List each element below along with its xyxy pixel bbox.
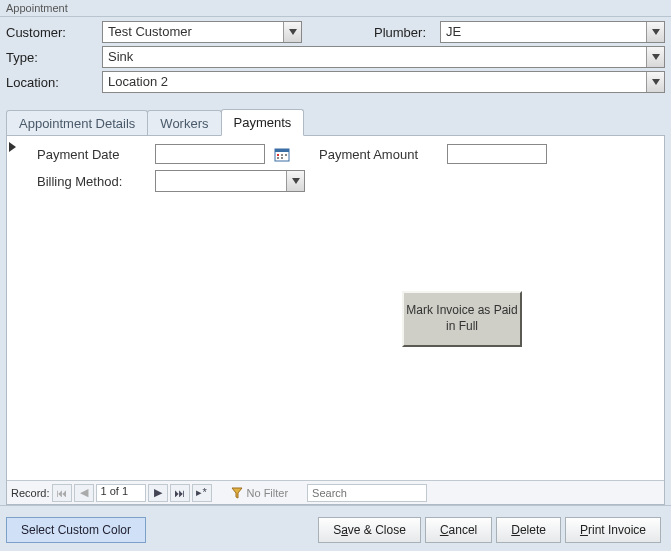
nav-new-icon[interactable]: ▸* xyxy=(192,484,212,502)
payments-panel: Payment Date Pa xyxy=(6,135,665,505)
customer-select[interactable]: Test Customer xyxy=(102,21,302,43)
billing-method-select[interactable] xyxy=(155,170,305,192)
tab-payments[interactable]: Payments xyxy=(221,109,305,136)
billing-method-label: Billing Method: xyxy=(37,174,147,189)
svg-rect-2 xyxy=(277,154,279,156)
tab-workers[interactable]: Workers xyxy=(147,110,221,136)
calendar-icon[interactable] xyxy=(273,145,291,163)
plumber-value: JE xyxy=(441,22,646,42)
save-close-button[interactable]: Save & Close xyxy=(318,517,421,543)
filter-label: No Filter xyxy=(247,487,289,499)
plumber-select[interactable]: JE xyxy=(440,21,665,43)
search-input[interactable] xyxy=(307,484,427,502)
print-invoice-button[interactable]: Print Invoice xyxy=(565,517,661,543)
window-title: Appointment xyxy=(0,0,671,17)
filter-button[interactable]: No Filter xyxy=(224,485,296,501)
customer-label: Customer: xyxy=(6,25,96,40)
svg-rect-3 xyxy=(281,154,283,156)
billing-method-value xyxy=(156,171,286,191)
dropdown-icon[interactable] xyxy=(646,22,664,42)
payment-amount-input[interactable] xyxy=(447,144,547,164)
svg-rect-4 xyxy=(285,154,287,156)
location-value: Location 2 xyxy=(103,72,646,92)
appointment-window: Appointment Customer: Test Customer Plum… xyxy=(0,0,671,551)
location-select[interactable]: Location 2 xyxy=(102,71,665,93)
type-value: Sink xyxy=(103,47,646,67)
funnel-icon xyxy=(231,487,243,499)
header-form: Customer: Test Customer Plumber: JE Type… xyxy=(0,17,671,102)
location-label: Location: xyxy=(6,75,96,90)
record-navigator: Record: ⏮ ◀ 1 of 1 ▶ ⏭ ▸* No Filter xyxy=(7,480,664,504)
dropdown-icon[interactable] xyxy=(283,22,301,42)
record-label: Record: xyxy=(11,487,50,499)
select-custom-color-button[interactable]: Select Custom Color xyxy=(6,517,146,543)
mark-paid-button[interactable]: Mark Invoice as Paid in Full xyxy=(402,291,522,347)
plumber-label: Plumber: xyxy=(344,25,434,40)
dropdown-icon[interactable] xyxy=(286,171,304,191)
tab-strip: Appointment Details Workers Payments xyxy=(6,102,665,135)
payment-date-input[interactable] xyxy=(155,144,265,164)
svg-rect-5 xyxy=(277,157,279,159)
nav-next-icon[interactable]: ▶ xyxy=(148,484,168,502)
cancel-button[interactable]: Cancel xyxy=(425,517,492,543)
nav-prev-icon[interactable]: ◀ xyxy=(74,484,94,502)
svg-rect-6 xyxy=(281,157,283,159)
customer-value: Test Customer xyxy=(103,22,283,42)
tab-appointment-details[interactable]: Appointment Details xyxy=(6,110,148,136)
dropdown-icon[interactable] xyxy=(646,72,664,92)
dropdown-icon[interactable] xyxy=(646,47,664,67)
record-position[interactable]: 1 of 1 xyxy=(96,484,146,502)
nav-last-icon[interactable]: ⏭ xyxy=(170,484,190,502)
svg-rect-1 xyxy=(275,149,289,152)
nav-first-icon[interactable]: ⏮ xyxy=(52,484,72,502)
type-label: Type: xyxy=(6,50,96,65)
bottom-toolbar: Select Custom Color Save & Close Cancel … xyxy=(0,505,671,551)
type-select[interactable]: Sink xyxy=(102,46,665,68)
delete-button[interactable]: Delete xyxy=(496,517,561,543)
payment-amount-label: Payment Amount xyxy=(319,147,439,162)
payment-date-label: Payment Date xyxy=(37,147,147,162)
